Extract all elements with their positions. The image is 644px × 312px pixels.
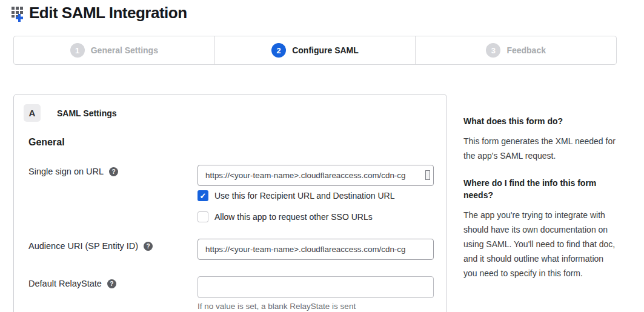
page-header: Edit SAML Integration [11, 4, 187, 22]
checkbox-label[interactable]: Use this for Recipient URL and Destinati… [214, 191, 395, 201]
step-configure-saml[interactable]: 2 Configure SAML [214, 36, 416, 64]
step-number-badge: 3 [486, 43, 500, 58]
step-feedback[interactable]: 3 Feedback [415, 36, 616, 64]
sidebar-body: This form generates the XML needed for t… [463, 134, 616, 163]
saml-settings-panel: A SAML Settings General Single sign on U… [13, 94, 447, 312]
group-heading-general: General [28, 137, 65, 148]
page-title: Edit SAML Integration [29, 4, 187, 22]
sidebar-heading: Where do I find the info this form needs… [463, 177, 616, 201]
checkbox-unchecked-icon[interactable] [198, 211, 208, 222]
sidebar-heading: What does this form do? [463, 115, 616, 127]
step-label: General Settings [91, 45, 158, 55]
audience-uri-input[interactable] [198, 239, 434, 260]
step-label: Feedback [506, 45, 546, 55]
relay-state-label-row: Default RelayState ? [28, 279, 116, 288]
sso-url-label-row: Single sign on URL ? [28, 167, 118, 176]
section-header: A SAML Settings [24, 104, 117, 122]
help-icon[interactable]: ? [144, 242, 153, 251]
text-cursor [425, 170, 430, 180]
checkbox-checked-icon[interactable]: ✓ [198, 190, 208, 201]
section-badge-a: A [24, 104, 41, 122]
section-title: SAML Settings [57, 108, 117, 118]
step-number-badge: 2 [271, 43, 286, 58]
relay-state-hint: If no value is set, a blank RelayState i… [198, 302, 356, 311]
field-label: Default RelayState [28, 279, 102, 288]
step-label: Configure SAML [292, 45, 359, 55]
help-icon[interactable]: ? [107, 279, 116, 288]
relay-state-input[interactable] [198, 276, 434, 298]
audience-uri-label-row: Audience URI (SP Entity ID) ? [28, 241, 153, 251]
help-sidebar: What does this form do? This form genera… [463, 115, 616, 280]
other-sso-urls-checkbox-row: Allow this app to request other SSO URLs [198, 211, 373, 222]
field-label: Audience URI (SP Entity ID) [28, 241, 138, 251]
checkbox-label[interactable]: Allow this app to request other SSO URLs [214, 212, 373, 222]
sidebar-body: The app you're trying to integrate with … [463, 208, 616, 280]
field-label: Single sign on URL [28, 167, 104, 176]
help-icon[interactable]: ? [109, 167, 118, 176]
wizard-steps-bar: 1 General Settings 2 Configure SAML 3 Fe… [13, 36, 617, 65]
sso-url-input[interactable] [198, 165, 434, 186]
step-general-settings[interactable]: 1 General Settings [14, 36, 214, 64]
app-integration-icon [11, 4, 28, 22]
recipient-url-checkbox-row: ✓ Use this for Recipient URL and Destina… [198, 190, 395, 201]
step-number-badge: 1 [70, 43, 85, 58]
